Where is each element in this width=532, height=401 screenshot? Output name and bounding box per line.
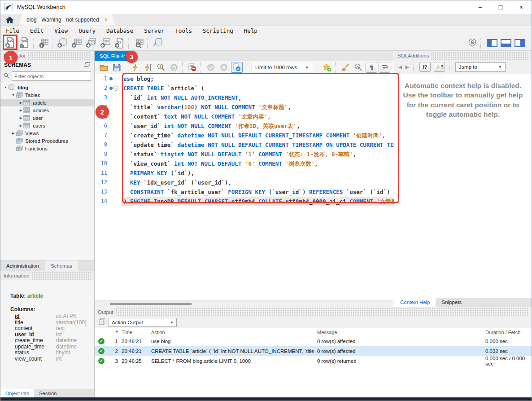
- code-line[interactable]: 6 `user_id` int NOT NULL COMMENT '作者ID, …: [95, 121, 394, 131]
- code-line[interactable]: 7 `create_time` datetime NOT NULL DEFAUL…: [95, 131, 394, 140]
- filter-objects-input[interactable]: [12, 71, 91, 81]
- create-schema-icon[interactable]: [56, 36, 70, 50]
- expand-arrow-icon[interactable]: ▶: [11, 132, 16, 135]
- copy-stack-icon[interactable]: [99, 318, 105, 327]
- code-line[interactable]: 9 `status` tinyint NOT NULL DEFAULT '1' …: [95, 150, 394, 159]
- reconnect-server-icon[interactable]: [151, 36, 165, 50]
- code-line[interactable]: 4 `title` varchar(100) NOT NULL COMMENT …: [95, 102, 394, 112]
- tab-session[interactable]: Session: [34, 389, 61, 397]
- maximize-button[interactable]: □: [490, 0, 511, 14]
- code-line[interactable]: 10 `view_count` int NOT NULL DEFAULT '0'…: [95, 159, 394, 168]
- code-line[interactable]: 13 CONSTRAINT `fk_article_user` FOREIGN …: [95, 187, 394, 197]
- back-arrow-icon[interactable]: ◀: [398, 64, 402, 70]
- menu-item-help[interactable]: Help: [239, 27, 263, 34]
- code-line[interactable]: 8 `update_time` datetime NOT NULL DEFAUL…: [95, 140, 394, 150]
- save-icon[interactable]: [111, 62, 122, 73]
- menu-item-scripting[interactable]: Scripting: [197, 27, 239, 34]
- explain-icon[interactable]: [155, 62, 167, 73]
- find-icon[interactable]: A: [353, 62, 364, 73]
- menu-item-tools[interactable]: Tools: [170, 27, 197, 34]
- toggle-sidebar-icon[interactable]: [487, 39, 497, 47]
- collapse-arrow-icon[interactable]: ▼: [11, 93, 16, 97]
- expand-arrow-icon[interactable]: ▶: [18, 124, 23, 128]
- wrap-text-icon[interactable]: [379, 62, 390, 73]
- menu-item-file[interactable]: File: [0, 27, 25, 34]
- context-help-caret-icon[interactable]: I?: [419, 62, 431, 72]
- horizontal-scrollbar[interactable]: [95, 300, 394, 307]
- stop-icon[interactable]: [168, 62, 180, 73]
- tree-item-tables[interactable]: ▼Tables: [0, 91, 94, 99]
- tree-item-functions[interactable]: Functions: [0, 145, 94, 152]
- code-line[interactable]: 3 `id` int NOT NULL AUTO_INCREMENT,: [95, 93, 394, 102]
- code-line[interactable]: 11 PRIMARY KEY (`id`),: [95, 168, 394, 178]
- tree-item-articles[interactable]: ▶articles: [0, 106, 94, 114]
- beautify-icon[interactable]: [340, 62, 351, 73]
- code-line[interactable]: 1use blog;: [95, 74, 394, 84]
- menu-item-view[interactable]: View: [49, 27, 73, 34]
- execute-current-icon[interactable]: [142, 62, 154, 73]
- toggle-output-panel-icon[interactable]: [501, 39, 511, 47]
- connection-tab-close-icon[interactable]: ×: [105, 17, 108, 23]
- menu-item-database[interactable]: Database: [101, 27, 139, 34]
- show-invisibles-icon[interactable]: ¶: [366, 62, 377, 73]
- open-file-icon[interactable]: [98, 62, 109, 73]
- minimize-button[interactable]: −: [470, 0, 490, 14]
- menu-item-server[interactable]: Server: [139, 27, 170, 34]
- create-table-icon[interactable]: [70, 36, 84, 50]
- tree-item-views[interactable]: ▶Views: [0, 129, 94, 137]
- success-check-icon: ✓: [98, 348, 105, 354]
- tree-item-users[interactable]: ▶users: [0, 122, 94, 129]
- table-inspector-icon[interactable]: i: [37, 36, 51, 50]
- menu-item-edit[interactable]: Edit: [25, 27, 49, 34]
- output-row[interactable]: ✓320:46:25SELECT * FROM blog.article LIM…: [95, 356, 532, 366]
- create-view-icon[interactable]: [84, 36, 98, 50]
- toggle-automatic-help-icon[interactable]: ⚡?: [434, 62, 445, 72]
- collapse-arrow-icon[interactable]: ▼: [3, 86, 8, 89]
- autocommit-toggle-icon[interactable]: [231, 62, 243, 73]
- code-line[interactable]: 2−CREATE TABLE `article` (: [95, 84, 394, 93]
- tab-snippets[interactable]: Snippets: [436, 298, 467, 307]
- refresh-schemas-icon[interactable]: [84, 62, 91, 69]
- open-sql-script-icon[interactable]: SQL: [18, 36, 32, 50]
- rollback-icon[interactable]: [218, 62, 230, 73]
- tree-item-stored-procedures[interactable]: Stored Procedures: [0, 137, 94, 145]
- jump-to-dropdown[interactable]: Jump to ▼: [455, 62, 506, 72]
- expand-arrow-icon[interactable]: ▶: [18, 116, 23, 120]
- notifications-icon[interactable]: [468, 38, 476, 48]
- tab-context-help[interactable]: Context Help: [394, 298, 436, 307]
- tab-object-info[interactable]: Object Info: [0, 389, 34, 397]
- save-snippet-icon[interactable]: [321, 62, 333, 73]
- tab-administration[interactable]: Administration: [0, 260, 45, 271]
- output-row[interactable]: ✓220:46:21CREATE TABLE `article` ( `id` …: [95, 346, 532, 356]
- toggle-secondary-sidebar-icon[interactable]: [515, 39, 525, 47]
- close-button[interactable]: ×: [511, 0, 532, 14]
- stop-on-error-icon[interactable]: SQL: [187, 62, 198, 73]
- create-procedure-icon[interactable]: [99, 36, 113, 50]
- home-tab[interactable]: [0, 14, 18, 26]
- sql-code-editor[interactable]: 1use blog;2−CREATE TABLE `article` (3 `i…: [95, 74, 394, 300]
- column-name: user_id: [15, 332, 56, 338]
- line-number: 3: [95, 93, 107, 102]
- code-line[interactable]: 12 KEY `idx_user_id` (`user_id`),: [95, 178, 394, 187]
- expand-arrow-icon[interactable]: ▶: [18, 109, 23, 112]
- create-function-icon[interactable]: f(): [113, 36, 127, 50]
- menu-item-query[interactable]: Query: [73, 27, 101, 34]
- execute-icon[interactable]: [129, 62, 141, 73]
- connection-tab[interactable]: blog - Warning - not supported ×: [18, 14, 116, 26]
- new-sql-editor-icon[interactable]: SQL: [4, 36, 17, 50]
- scrollbar-thumb[interactable]: [110, 303, 192, 305]
- limit-rows-dropdown[interactable]: Limit to 1000 rows ▼: [252, 63, 312, 72]
- tree-item-blog[interactable]: ▼blog: [0, 84, 94, 91]
- forward-arrow-icon[interactable]: ▶: [405, 64, 409, 70]
- tab-schemas[interactable]: Schemas: [45, 260, 78, 271]
- tree-item-user[interactable]: ▶user: [0, 114, 94, 122]
- code-line[interactable]: 14) ENGINE=InnoDB DEFAULT CHARSET=utf8mb…: [95, 197, 394, 206]
- expand-arrow-icon[interactable]: ▶: [18, 101, 23, 105]
- commit-icon[interactable]: [205, 62, 217, 73]
- output-row[interactable]: ✓120:46:21use blog0 row(s) affected0.000…: [95, 336, 532, 346]
- row-time: 20:46:25: [118, 358, 147, 364]
- search-table-data-icon[interactable]: [132, 36, 146, 50]
- output-view-dropdown[interactable]: Action Output ▼: [109, 318, 177, 327]
- tree-item-article[interactable]: ▶article: [0, 99, 94, 106]
- code-line[interactable]: 5 `content` text NOT NULL COMMENT '文章内容'…: [95, 112, 394, 121]
